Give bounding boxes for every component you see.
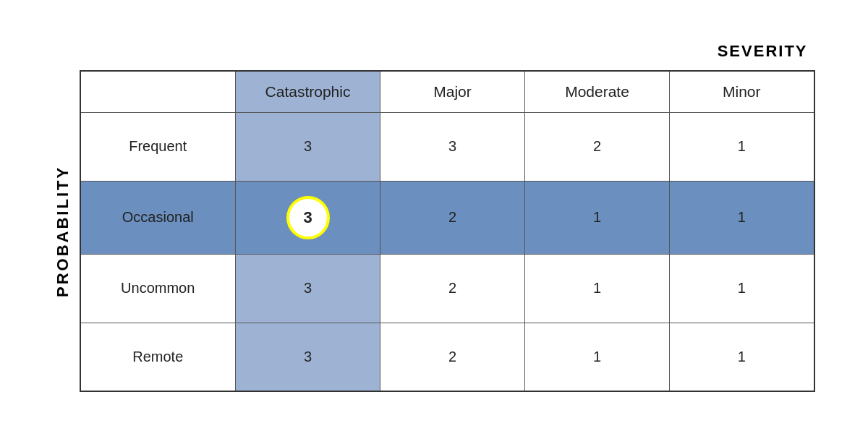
highlighted-circle: 3 bbox=[286, 196, 330, 239]
table-row: Remote3211 bbox=[80, 323, 814, 391]
cell-uncommon-catastrophic: 3 bbox=[236, 254, 380, 323]
cell-uncommon-major: 2 bbox=[380, 254, 525, 323]
cell-frequent-major: 3 bbox=[380, 112, 525, 181]
cell-remote-catastrophic: 3 bbox=[236, 323, 380, 391]
cell-occasional-catastrophic: 3 bbox=[236, 181, 380, 254]
cell-remote-major: 2 bbox=[380, 323, 525, 391]
cell-frequent-catastrophic: 3 bbox=[236, 112, 380, 181]
cell-occasional-minor: 1 bbox=[670, 181, 814, 254]
cell-uncommon-moderate: 1 bbox=[525, 254, 670, 323]
cell-frequent-moderate: 2 bbox=[525, 112, 670, 181]
table-row: Uncommon3211 bbox=[80, 254, 814, 323]
row-label-uncommon: Uncommon bbox=[80, 254, 236, 323]
table-with-probability: PROBABILITY Catastrophic Major Moderate … bbox=[54, 65, 815, 398]
header-empty bbox=[80, 71, 236, 113]
row-label-frequent: Frequent bbox=[80, 112, 236, 181]
probability-label: PROBABILITY bbox=[54, 65, 72, 398]
row-label-remote: Remote bbox=[80, 323, 236, 391]
table-row: Frequent3321 bbox=[80, 112, 814, 181]
table-row: Occasional3211 bbox=[80, 181, 814, 254]
cell-frequent-minor: 1 bbox=[670, 112, 814, 181]
header-catastrophic: Catastrophic bbox=[236, 71, 380, 113]
header-moderate: Moderate bbox=[525, 71, 670, 113]
row-label-occasional: Occasional bbox=[80, 181, 236, 254]
cell-remote-minor: 1 bbox=[670, 323, 814, 391]
risk-matrix-table: Catastrophic Major Moderate Minor Freque… bbox=[80, 70, 815, 393]
cell-occasional-major: 2 bbox=[380, 181, 525, 254]
cell-uncommon-minor: 1 bbox=[670, 254, 814, 323]
header-major: Major bbox=[380, 71, 525, 113]
header-row: Catastrophic Major Moderate Minor bbox=[80, 71, 814, 113]
severity-label: SEVERITY bbox=[718, 42, 815, 61]
cell-occasional-moderate: 1 bbox=[525, 181, 670, 254]
header-minor: Minor bbox=[670, 71, 814, 113]
risk-matrix-container: SEVERITY PROBABILITY Catastrophic Major … bbox=[54, 42, 815, 398]
cell-remote-moderate: 1 bbox=[525, 323, 670, 391]
